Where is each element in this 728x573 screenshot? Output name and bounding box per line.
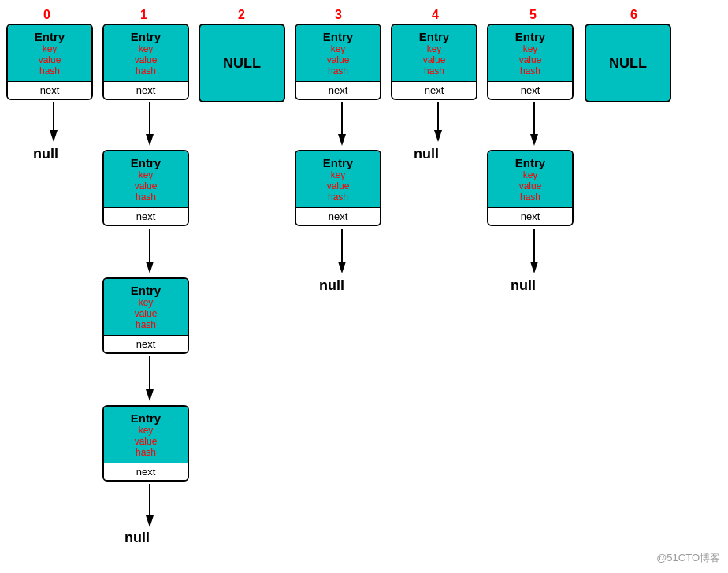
arrow-1b-1c bbox=[142, 229, 158, 277]
entry-1b-value: value bbox=[107, 180, 184, 192]
svg-marker-17 bbox=[146, 389, 154, 401]
svg-marker-1 bbox=[50, 130, 58, 142]
entry-0: Entry key value hash next bbox=[6, 24, 93, 100]
index-0: 0 bbox=[43, 8, 50, 22]
svg-marker-3 bbox=[146, 134, 154, 146]
index-2: 2 bbox=[238, 8, 245, 22]
index-6: 6 bbox=[630, 8, 637, 22]
entry-5b-title: Entry bbox=[492, 156, 569, 169]
entry-5: Entry key value hash next bbox=[487, 24, 574, 100]
entry-5-title: Entry bbox=[492, 30, 569, 43]
entry-5b-next: next bbox=[488, 207, 572, 225]
svg-marker-9 bbox=[530, 134, 538, 146]
entry-3-hash: hash bbox=[299, 65, 377, 76]
entry-5-top: Entry key value hash bbox=[488, 25, 572, 81]
svg-marker-15 bbox=[530, 262, 538, 273]
entry-1d: Entry key value hash next bbox=[102, 405, 189, 482]
entry-5b-top: Entry key value hash bbox=[488, 151, 572, 207]
arrow-1d-null bbox=[142, 484, 158, 531]
null-box-6: NULL bbox=[585, 24, 671, 102]
entry-5b: Entry key value hash next bbox=[487, 150, 574, 226]
entry-5b-hash: hash bbox=[492, 192, 569, 203]
entry-4-value: value bbox=[396, 54, 473, 65]
entry-0-value: value bbox=[11, 54, 88, 65]
entry-1-hash: hash bbox=[107, 65, 184, 76]
entry-3-value: value bbox=[299, 54, 377, 65]
entry-1c-top: Entry key value hash bbox=[104, 279, 188, 335]
entry-3-key: key bbox=[299, 43, 377, 54]
entry-5-next: next bbox=[488, 81, 572, 99]
entry-1b-top: Entry key value hash bbox=[104, 151, 188, 207]
entry-5-hash: hash bbox=[492, 65, 569, 76]
entry-1c-title: Entry bbox=[107, 284, 184, 297]
diagram: 0 1 2 3 4 5 6 Entry key value hash next … bbox=[0, 0, 728, 573]
entry-1-next: next bbox=[104, 81, 188, 99]
svg-marker-5 bbox=[338, 134, 346, 146]
index-3: 3 bbox=[335, 8, 342, 22]
entry-1b: Entry key value hash next bbox=[102, 150, 189, 226]
entry-1d-key: key bbox=[107, 425, 184, 436]
entry-5b-key: key bbox=[492, 169, 569, 180]
entry-1-value: value bbox=[107, 54, 184, 65]
svg-marker-7 bbox=[434, 130, 442, 142]
entry-5-key: key bbox=[492, 43, 569, 54]
entry-0-top: Entry key value hash bbox=[8, 25, 91, 81]
index-1: 1 bbox=[140, 8, 147, 22]
entry-1b-title: Entry bbox=[107, 156, 184, 169]
entry-4-key: key bbox=[396, 43, 473, 54]
entry-1c-hash: hash bbox=[107, 319, 184, 330]
entry-0-title: Entry bbox=[11, 30, 88, 43]
svg-marker-19 bbox=[146, 515, 154, 527]
watermark: @51CTO博客 bbox=[656, 551, 720, 565]
entry-1d-hash: hash bbox=[107, 447, 184, 458]
entry-1d-value: value bbox=[107, 436, 184, 447]
entry-3: Entry key value hash next bbox=[295, 24, 381, 100]
entry-3-next: next bbox=[296, 81, 380, 99]
entry-3b-next: next bbox=[296, 207, 380, 225]
entry-1b-hash: hash bbox=[107, 192, 184, 203]
null-text-3b: null bbox=[319, 277, 344, 294]
entry-3-title: Entry bbox=[299, 30, 377, 43]
entry-1c: Entry key value hash next bbox=[102, 277, 189, 354]
arrow-4-null bbox=[430, 102, 446, 146]
entry-1-title: Entry bbox=[107, 30, 184, 43]
entry-3b-top: Entry key value hash bbox=[296, 151, 380, 207]
entry-1c-value: value bbox=[107, 308, 184, 319]
entry-1b-key: key bbox=[107, 169, 184, 180]
null-text-5b: null bbox=[511, 277, 536, 294]
arrow-1-1b bbox=[142, 102, 158, 150]
null-box-2: NULL bbox=[199, 24, 285, 102]
entry-1d-top: Entry key value hash bbox=[104, 407, 188, 463]
entry-4: Entry key value hash next bbox=[391, 24, 477, 100]
entry-4-next: next bbox=[392, 81, 476, 99]
entry-0-next: next bbox=[8, 81, 91, 99]
entry-5-value: value bbox=[492, 54, 569, 65]
entry-0-hash: hash bbox=[11, 65, 88, 76]
svg-marker-13 bbox=[338, 262, 346, 273]
entry-4-top: Entry key value hash bbox=[392, 25, 476, 81]
index-4: 4 bbox=[432, 8, 439, 22]
entry-1d-next: next bbox=[104, 463, 188, 480]
entry-1: Entry key value hash next bbox=[102, 24, 189, 100]
null-text-1d: null bbox=[124, 530, 150, 546]
arrow-3b-null bbox=[334, 229, 350, 277]
entry-1-top: Entry key value hash bbox=[104, 25, 188, 81]
entry-1c-next: next bbox=[104, 335, 188, 352]
entry-0-key: key bbox=[11, 43, 88, 54]
arrow-1c-1d bbox=[142, 356, 158, 405]
entry-3b-key: key bbox=[299, 169, 377, 180]
entry-1b-next: next bbox=[104, 207, 188, 225]
entry-4-hash: hash bbox=[396, 65, 473, 76]
entry-3-top: Entry key value hash bbox=[296, 25, 380, 81]
entry-3b-title: Entry bbox=[299, 156, 377, 169]
entry-5b-value: value bbox=[492, 180, 569, 192]
arrow-0-null bbox=[46, 102, 61, 146]
entry-1d-title: Entry bbox=[107, 411, 184, 425]
arrow-5b-null bbox=[526, 229, 542, 277]
svg-marker-11 bbox=[146, 262, 154, 273]
null-text-0: null bbox=[33, 146, 58, 162]
entry-4-title: Entry bbox=[396, 30, 473, 43]
arrow-3-3b bbox=[334, 102, 350, 150]
entry-3b-hash: hash bbox=[299, 192, 377, 203]
entry-3b-value: value bbox=[299, 180, 377, 192]
